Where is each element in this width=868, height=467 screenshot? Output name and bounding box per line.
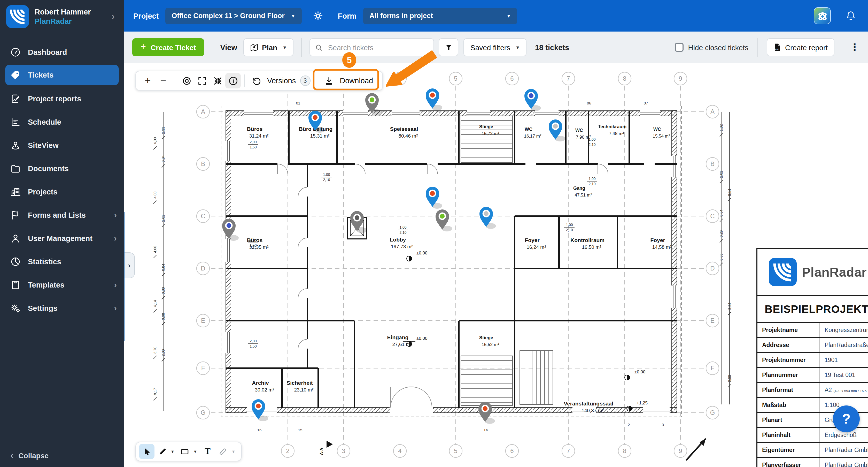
ticket-pin[interactable] [426, 187, 442, 209]
hide-closed-tickets-toggle[interactable]: Hide closed tickets [675, 43, 748, 52]
sidebar-item-statistics[interactable]: Statistics [0, 250, 124, 273]
pen-tool[interactable] [154, 444, 170, 459]
svg-text:C: C [710, 212, 715, 220]
account-header[interactable]: Robert Hammer PlanRadar › [0, 0, 124, 33]
shape-tool-dropdown[interactable]: ▼ [193, 449, 197, 454]
ticket-pin[interactable] [479, 207, 496, 229]
sidebar-collapse-button[interactable]: ‹ Collapse [0, 444, 124, 467]
chevron-right-icon: › [114, 210, 119, 220]
svg-text:7: 7 [566, 75, 570, 82]
versions-history-icon[interactable] [249, 73, 264, 88]
grid-row-bubble: E [706, 314, 719, 327]
plan-info-button[interactable] [225, 73, 241, 88]
sidebar-item-tickets[interactable]: Tickets [5, 65, 119, 85]
settings-icon [10, 302, 21, 313]
create-report-button[interactable]: PDF Create report [767, 38, 834, 56]
room-label: Eingang27,61 m² [387, 334, 412, 347]
sidebar-item-projects[interactable]: Projects [0, 180, 124, 203]
svg-text:3: 3 [342, 447, 345, 454]
sidebar-item-forms-and-lists[interactable]: Forms and Lists› [0, 203, 124, 227]
statistics-icon [10, 256, 21, 267]
sidebar-item-project-reports[interactable]: Project reports [0, 87, 124, 110]
grid-row-bubble: B [196, 157, 210, 170]
svg-text:1,00: 1,00 [566, 223, 573, 227]
svg-text:15,72 m²: 15,72 m² [482, 131, 499, 136]
download-icon[interactable] [321, 73, 337, 88]
ticket-pin[interactable] [436, 209, 452, 231]
zoom-in-button[interactable]: + [140, 73, 156, 88]
versions-label[interactable]: Versions [267, 77, 296, 85]
search-input[interactable] [327, 43, 429, 52]
chevron-left-icon: ‹ [10, 450, 13, 461]
filter-button[interactable] [439, 38, 459, 56]
svg-text:2,33: 2,33 [161, 127, 165, 134]
sidebar-edge-accent [124, 212, 125, 341]
svg-text:5: 5 [454, 447, 457, 454]
select-cursor-tool[interactable] [139, 444, 154, 459]
svg-text:9,14: 9,14 [727, 189, 732, 196]
help-button[interactable]: ? [833, 405, 860, 432]
ticket-pin[interactable] [524, 89, 541, 111]
pen-tool-dropdown[interactable]: ▼ [170, 449, 175, 454]
fullscreen-button[interactable] [194, 73, 210, 88]
expand-panel-tab[interactable]: › [124, 252, 135, 278]
app-switcher-icon[interactable] [814, 7, 831, 24]
ticket-pin[interactable] [426, 88, 442, 110]
project-selector[interactable]: Office Complex 11 > Ground Floor ▼ [165, 7, 302, 24]
room-label: Speisesaal80,46 m² [390, 126, 418, 139]
dashboard-icon [10, 47, 21, 57]
view-label: View [220, 43, 237, 52]
svg-text:15,31 m²: 15,31 m² [310, 133, 330, 139]
ticket-pin[interactable] [350, 211, 367, 233]
more-options-kebab-icon[interactable]: ⋮ [849, 41, 860, 53]
form-selector[interactable]: All forms in project ▼ [363, 7, 517, 24]
grid-column-bubble: 2 [281, 444, 294, 458]
svg-text:2,10: 2,10 [588, 182, 595, 186]
title-block-row: PlanverfasserPlanRadar GmbH [757, 457, 868, 467]
svg-text:0,84: 0,84 [161, 155, 165, 162]
sidebar-item-user-management[interactable]: User Management› [0, 227, 124, 250]
project-settings-gear-icon[interactable] [310, 7, 327, 24]
view-mode-selector[interactable]: Plan ▼ [243, 38, 294, 56]
sidebar-item-dashboard[interactable]: Dashboard [0, 40, 124, 64]
svg-text:27,61 m²: 27,61 m² [393, 342, 412, 347]
measure-tool-dropdown[interactable]: ▼ [231, 449, 236, 454]
chevron-down-icon: ▼ [506, 13, 511, 18]
project-reports-icon [10, 93, 21, 104]
plan-icon [250, 43, 258, 52]
zoom-out-button[interactable]: − [156, 73, 171, 88]
svg-text:2,33: 2,33 [727, 375, 732, 382]
text-tool[interactable]: T [200, 444, 215, 459]
account-expand-chevron-icon[interactable]: › [112, 11, 118, 22]
plus-icon: + [141, 41, 146, 52]
chevron-down-icon: ▼ [282, 45, 287, 50]
svg-text:16,17 m²: 16,17 m² [524, 134, 541, 139]
sidebar-item-siteview[interactable]: SiteView [0, 134, 124, 157]
create-ticket-button[interactable]: + Create Ticket [132, 38, 204, 56]
siteview-icon [10, 140, 21, 150]
grid-column-bubble: 8 [618, 444, 631, 458]
ticket-pin[interactable] [549, 119, 565, 141]
shape-rectangle-tool[interactable] [177, 444, 193, 459]
svg-text:2: 2 [628, 422, 630, 427]
sidebar-item-settings[interactable]: Settings› [0, 296, 124, 320]
grid-column-bubble: 4 [394, 72, 406, 85]
notifications-bell-icon[interactable] [842, 7, 859, 24]
svg-text:F: F [201, 364, 205, 372]
toggle-pins-visibility-button[interactable] [179, 73, 194, 88]
sidebar-item-documents[interactable]: Documents [0, 157, 124, 180]
sidebar-item-schedule[interactable]: Schedule [0, 110, 124, 134]
fit-to-screen-button[interactable] [210, 73, 225, 88]
svg-text:1,32: 1,32 [719, 124, 723, 131]
planradar-app: Robert Hammer PlanRadar › DashboardTicke… [0, 0, 868, 467]
plan-viewport[interactable]: 2233445566778899AABBCCDDEEFFGG [124, 63, 868, 467]
download-button[interactable]: Download [340, 77, 373, 85]
sidebar-item-templates[interactable]: Templates› [0, 273, 124, 296]
chevron-right-icon: › [114, 233, 119, 243]
ticket-pin[interactable] [222, 219, 239, 241]
svg-text:3,84: 3,84 [727, 302, 732, 310]
saved-filters-dropdown[interactable]: Saved filters ▼ [464, 38, 527, 56]
svg-text:Büros: Büros [247, 126, 263, 132]
svg-text:±0,00: ±0,00 [416, 336, 427, 341]
measure-tool[interactable] [215, 444, 231, 459]
